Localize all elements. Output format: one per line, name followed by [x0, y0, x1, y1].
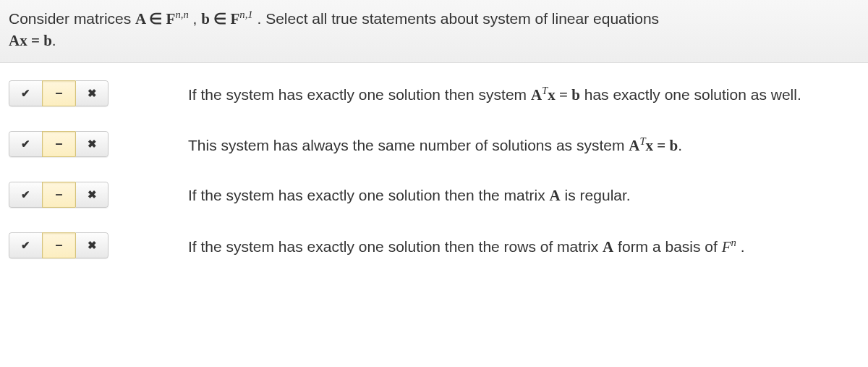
dash-icon: –	[55, 136, 62, 151]
math-A: A	[550, 187, 561, 204]
answer-row: ✔ – ✖ If the system has exactly one solu…	[9, 182, 859, 208]
answer-row: ✔ – ✖ This system has always the same nu…	[9, 131, 859, 157]
answer-row: ✔ – ✖ If the system has exactly one solu…	[9, 80, 859, 106]
toggle-check[interactable]: ✔	[9, 80, 42, 106]
tri-state-toggle[interactable]: ✔ – ✖	[9, 182, 109, 208]
answer-statement: If the system has exactly one solution t…	[188, 80, 859, 106]
dash-icon: –	[55, 237, 62, 253]
math-A: A	[603, 238, 613, 256]
toggle-dash[interactable]: –	[42, 80, 75, 106]
check-icon: ✔	[21, 87, 30, 100]
toggle-check[interactable]: ✔	[9, 131, 42, 157]
answer-statement: If the system has exactly one solution t…	[188, 182, 859, 206]
math-ATx-eq-b: ATx = b	[531, 86, 580, 104]
prompt-sep: ,	[189, 10, 202, 27]
toggle-dash[interactable]: –	[42, 232, 75, 258]
toggle-cross[interactable]: ✖	[75, 131, 109, 157]
math-ATx-eq-b: ATx = b	[629, 137, 678, 154]
cross-icon: ✖	[88, 138, 97, 151]
toggle-dash[interactable]: –	[42, 131, 75, 157]
dash-icon: –	[55, 85, 62, 101]
toggle-check[interactable]: ✔	[9, 232, 42, 258]
cross-icon: ✖	[88, 87, 97, 100]
math-A-in-Fnn: A ∈ Fn,n	[135, 10, 189, 28]
answer-statement: If the system has exactly one solution t…	[188, 232, 859, 258]
math-Fn: Fn	[722, 238, 736, 256]
check-icon: ✔	[21, 188, 30, 201]
prompt-text-1: Consider matrices	[9, 10, 135, 27]
math-Ax-eq-b: Ax = b	[9, 32, 52, 49]
math-b-in-Fn1: b ∈ Fn,1	[201, 10, 252, 28]
tri-state-toggle[interactable]: ✔ – ✖	[9, 232, 109, 258]
toggle-cross[interactable]: ✖	[75, 80, 109, 106]
check-icon: ✔	[21, 239, 30, 252]
tri-state-toggle[interactable]: ✔ – ✖	[9, 131, 109, 157]
cross-icon: ✖	[88, 188, 97, 201]
tri-state-toggle[interactable]: ✔ – ✖	[9, 80, 109, 106]
toggle-cross[interactable]: ✖	[75, 232, 109, 258]
prompt-period: .	[52, 32, 56, 48]
answers-list: ✔ – ✖ If the system has exactly one solu…	[0, 63, 868, 274]
answer-row: ✔ – ✖ If the system has exactly one solu…	[9, 232, 859, 258]
toggle-cross[interactable]: ✖	[75, 182, 109, 208]
check-icon: ✔	[21, 138, 30, 151]
question-prompt: Consider matrices A ∈ Fn,n , b ∈ Fn,1 . …	[0, 0, 868, 63]
toggle-dash[interactable]: –	[42, 182, 75, 208]
answer-statement: This system has always the same number o…	[188, 131, 859, 156]
cross-icon: ✖	[88, 239, 97, 252]
dash-icon: –	[55, 187, 62, 202]
prompt-text-2: . Select all true statements about syste…	[253, 10, 659, 27]
toggle-check[interactable]: ✔	[9, 182, 42, 208]
